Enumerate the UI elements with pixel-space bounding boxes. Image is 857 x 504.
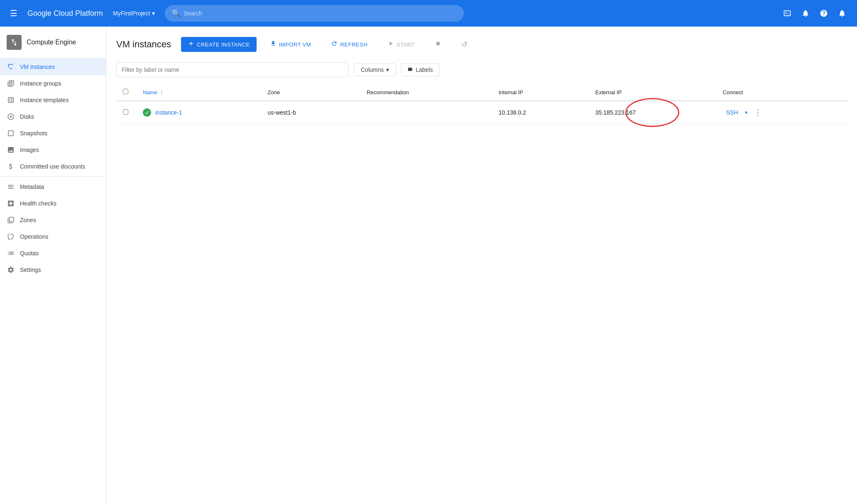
th-zone: Zone xyxy=(261,84,360,101)
row-zone-cell: us-west1-b xyxy=(261,101,360,124)
create-instance-button[interactable]: CREATE INSTANCE xyxy=(181,37,257,52)
create-instance-label: CREATE INSTANCE xyxy=(197,42,250,48)
project-name: MyFirstProject xyxy=(113,10,150,17)
external-ip-value: 35.185.223.167 xyxy=(595,109,636,116)
start-label: START xyxy=(397,42,415,48)
start-icon xyxy=(387,40,394,49)
stop-button xyxy=(428,37,448,52)
columns-label: Columns xyxy=(361,66,384,73)
sidebar-item-instance-groups[interactable]: Instance groups xyxy=(0,75,106,92)
sidebar-item-label-snapshots: Snapshots xyxy=(20,130,47,137)
row-recommendation-cell xyxy=(360,101,492,124)
sidebar-item-label-instance-templates: Instance templates xyxy=(20,97,69,103)
start-button: START xyxy=(381,37,421,52)
refresh-icon xyxy=(331,40,338,49)
sidebar-item-disks[interactable]: Disks xyxy=(0,108,106,125)
notifications-icon-btn[interactable] xyxy=(834,5,850,22)
sidebar-section-title: Compute Engine xyxy=(27,39,76,46)
search-input[interactable] xyxy=(184,10,457,17)
hamburger-menu[interactable]: ☰ xyxy=(7,5,21,22)
th-name-label[interactable]: Name ↑ xyxy=(143,89,163,95)
terminal-icon xyxy=(783,9,791,17)
filter-bar: Columns ▾ Labels xyxy=(116,62,847,77)
sidebar-item-label-metadata: Metadata xyxy=(20,183,44,190)
sidebar-item-label-health-checks: Health checks xyxy=(20,200,56,207)
alert-icon xyxy=(801,9,810,17)
row-external-ip-cell: 35.185.223.167 xyxy=(589,101,716,124)
images-icon xyxy=(7,146,15,154)
page-title: VM instances xyxy=(116,39,171,50)
project-dropdown-icon: ▾ xyxy=(152,10,155,17)
labels-label: Labels xyxy=(416,66,433,73)
instance-groups-icon xyxy=(7,79,15,88)
page-header: VM instances CREATE INSTANCE IMPORT VM R… xyxy=(116,37,847,52)
sidebar-item-instance-templates[interactable]: Instance templates xyxy=(0,92,106,108)
ssh-dropdown-icon[interactable]: ▾ xyxy=(743,108,749,117)
refresh-button[interactable]: REFRESH xyxy=(324,37,374,52)
top-navigation: ☰ Google Cloud Platform MyFirstProject ▾… xyxy=(0,0,857,27)
filter-input[interactable] xyxy=(116,62,349,77)
sidebar-item-label-quotas: Quotas xyxy=(20,250,39,257)
sidebar-item-vm-instances[interactable]: VM instances xyxy=(0,59,106,75)
sidebar-item-operations[interactable]: Operations xyxy=(0,228,106,245)
health-checks-icon xyxy=(7,199,15,208)
sidebar-item-label-vm-instances: VM instances xyxy=(20,64,55,70)
th-connect: Connect xyxy=(716,84,847,101)
sidebar-item-label-instance-groups: Instance groups xyxy=(20,80,61,87)
sidebar-item-label-committed-use: Committed use discounts xyxy=(20,163,85,170)
search-bar: 🔍 xyxy=(165,5,464,22)
row-select-checkbox[interactable] xyxy=(123,109,128,115)
th-recommendation-label: Recommendation xyxy=(367,89,409,95)
sidebar-divider xyxy=(0,176,106,177)
instance-templates-icon xyxy=(7,96,15,104)
th-zone-label: Zone xyxy=(267,89,280,95)
th-connect-label: Connect xyxy=(723,89,743,95)
stop-icon xyxy=(435,40,441,49)
terminal-icon-btn[interactable] xyxy=(779,5,796,22)
th-name: Name ↑ xyxy=(136,84,261,101)
sidebar-item-label-operations: Operations xyxy=(20,233,48,240)
row-checkbox-cell[interactable] xyxy=(116,101,136,124)
committed-use-icon xyxy=(7,162,15,171)
import-vm-button[interactable]: IMPORT VM xyxy=(263,37,318,52)
th-internal-ip: Internal IP xyxy=(492,84,589,101)
sidebar-item-snapshots[interactable]: Snapshots xyxy=(0,125,106,142)
vm-instances-icon xyxy=(7,63,15,71)
main-layout: Compute Engine VM instances Instance gro… xyxy=(0,27,857,504)
main-content: VM instances CREATE INSTANCE IMPORT VM R… xyxy=(106,27,857,504)
labels-button[interactable]: Labels xyxy=(401,64,439,76)
select-all-checkbox-header[interactable] xyxy=(116,84,136,101)
columns-dropdown-icon: ▾ xyxy=(386,66,389,73)
sidebar-item-label-settings: Settings xyxy=(20,267,41,273)
sidebar-item-label-disks: Disks xyxy=(20,113,34,120)
sidebar-item-committed-use[interactable]: Committed use discounts xyxy=(0,158,106,175)
project-selector[interactable]: MyFirstProject ▾ xyxy=(110,7,158,19)
svg-rect-0 xyxy=(436,42,440,45)
sidebar-item-settings[interactable]: Settings xyxy=(0,262,106,278)
sidebar-item-metadata[interactable]: Metadata xyxy=(0,179,106,195)
zones-icon xyxy=(7,216,15,224)
snapshots-icon xyxy=(7,129,15,137)
sidebar-item-zones[interactable]: Zones xyxy=(0,212,106,228)
th-external-ip: External IP xyxy=(589,84,716,101)
help-icon-btn[interactable] xyxy=(815,5,832,22)
instances-table: Name ↑ Zone Recommendation Internal IP E… xyxy=(116,84,847,124)
metadata-icon xyxy=(7,183,15,191)
columns-button[interactable]: Columns ▾ xyxy=(354,64,396,76)
import-vm-label: IMPORT VM xyxy=(279,42,311,48)
th-internal-ip-label: Internal IP xyxy=(499,89,523,95)
sidebar: Compute Engine VM instances Instance gro… xyxy=(0,27,106,504)
alerts-icon-btn[interactable] xyxy=(797,5,814,22)
select-all-checkbox[interactable] xyxy=(123,89,128,94)
instance-name-link[interactable]: instance-1 xyxy=(155,109,182,116)
sidebar-item-health-checks[interactable]: Health checks xyxy=(0,195,106,212)
ssh-button[interactable]: SSH xyxy=(723,108,742,117)
sidebar-item-quotas[interactable]: Quotas xyxy=(0,245,106,262)
sidebar-item-images[interactable]: Images xyxy=(0,142,106,158)
sidebar-header: Compute Engine xyxy=(0,27,106,59)
operations-icon xyxy=(7,232,15,241)
nav-icons xyxy=(779,5,850,22)
create-instance-icon xyxy=(188,40,194,49)
more-actions-button: ↺ xyxy=(455,37,475,52)
more-options-button[interactable]: ⋮ xyxy=(751,106,765,119)
